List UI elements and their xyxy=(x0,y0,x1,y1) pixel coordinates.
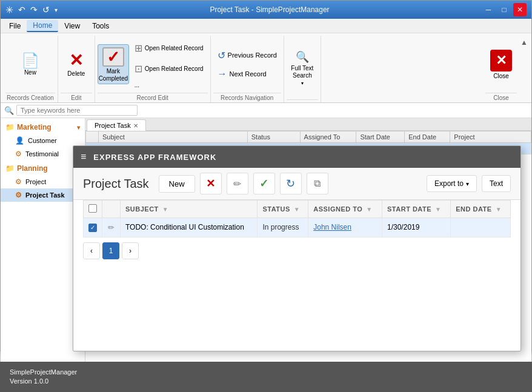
previous-record-button[interactable]: ↺ Previous Record xyxy=(213,47,281,64)
status-bar: SimpleProjectManager Version 1.0.0 xyxy=(0,362,532,392)
overlay-th-startdate[interactable]: START DATE ▼ xyxy=(382,201,451,218)
overlay-row-assigned: John Nilsen xyxy=(308,218,382,238)
marketing-expand-icon: 📁 xyxy=(5,123,15,131)
status-filter-icon[interactable]: ▼ xyxy=(294,206,300,213)
select-all-checkbox[interactable] xyxy=(88,204,97,213)
tabs: Project Task ✕ xyxy=(85,118,531,131)
open-related-record-2-button[interactable]: ⊡ Open Related Record xyxy=(130,59,208,78)
next-page-button[interactable]: › xyxy=(122,242,139,259)
prev-page-button[interactable]: ‹ xyxy=(83,242,100,259)
sidebar-group-marketing-header[interactable]: 📁 Marketing ▾ xyxy=(1,121,85,134)
close-ribbon-button[interactable]: ✕ Close xyxy=(485,44,517,84)
tab-project-task[interactable]: Project Task ✕ xyxy=(87,119,146,131)
assigned-filter-icon[interactable]: ▼ xyxy=(366,206,372,213)
customer-icon: 👤 xyxy=(15,136,24,145)
records-creation-label: Records Creation xyxy=(5,93,55,102)
project-icon: ⚙ xyxy=(15,178,22,186)
startdate-filter-icon[interactable]: ▼ xyxy=(435,206,441,213)
overlay-row-enddate xyxy=(451,218,511,238)
export-label: Export to xyxy=(434,179,464,188)
open-related-record-3-button[interactable]: ... xyxy=(130,79,208,90)
grid-th-status[interactable]: Status xyxy=(247,131,300,143)
records-nav-label: Records Navigation xyxy=(213,93,281,102)
tab-project-task-label: Project Task xyxy=(95,122,131,129)
edit-label: Edit xyxy=(61,93,92,102)
enddate-filter-icon[interactable]: ▼ xyxy=(496,206,502,213)
page-1-button[interactable]: 1 xyxy=(102,242,119,259)
overlay-delete-button[interactable]: ✕ xyxy=(200,173,222,194)
search-input[interactable] xyxy=(16,105,138,116)
menu-file[interactable]: File xyxy=(3,21,27,32)
ribbon: 📄 New Records Creation ✕ Delete Edit xyxy=(1,33,531,103)
overlay-row-subject: TODO: Conditional UI Customization xyxy=(121,218,258,238)
overlay-title: EXPRESS APP FRAMEWORK xyxy=(93,153,216,162)
testimonial-icon: ⚙ xyxy=(15,150,22,158)
row-edit-pencil-icon[interactable]: ✏ xyxy=(108,223,115,232)
grid-th-startdate[interactable]: Start Date xyxy=(356,131,405,143)
overlay-edit-button[interactable]: ✏ xyxy=(227,173,248,194)
delete-button[interactable]: ✕ Delete xyxy=(61,44,92,84)
search-icon-bar: 🔍 xyxy=(4,106,14,115)
new-button[interactable]: 📄 New xyxy=(15,44,46,84)
overlay-table-row[interactable]: ✓ ✏ TODO: Conditional UI Customization I… xyxy=(84,218,511,238)
project-label: Project xyxy=(25,178,46,185)
overlay-check-button[interactable]: ✓ xyxy=(253,173,275,194)
search-icon: 🔍 xyxy=(296,50,309,64)
grid-th-assigned[interactable]: Assigned To xyxy=(300,131,356,143)
open-related-1-icon: ⊞ xyxy=(135,42,142,54)
ribbon-group-records-creation: 📄 New Records Creation xyxy=(3,36,58,102)
minimize-button[interactable]: ─ xyxy=(482,3,495,16)
mark-completed-button[interactable]: ✓ Mark Completed xyxy=(98,44,129,84)
ribbon-group-search: 🔍 Full Text Search ▾ xyxy=(284,36,321,102)
grid-th-expand xyxy=(86,131,99,143)
new-label: New xyxy=(24,69,36,76)
project-task-label: Project Task xyxy=(25,191,65,199)
grid-th-subject[interactable]: Subject xyxy=(99,131,248,143)
open-related-record-1-button[interactable]: ⊞ Open Related Record xyxy=(130,38,208,58)
overlay-th-enddate[interactable]: END DATE ▼ xyxy=(451,201,511,218)
subject-filter-icon[interactable]: ▼ xyxy=(162,206,168,213)
next-record-icon: → xyxy=(218,68,227,79)
quick-access-refresh[interactable]: ↺ xyxy=(42,5,50,15)
next-record-button[interactable]: → Next Record xyxy=(213,66,281,82)
tab-close-button[interactable]: ✕ xyxy=(133,122,138,129)
menu-tools[interactable]: Tools xyxy=(86,21,115,32)
menu-view[interactable]: View xyxy=(58,21,86,32)
overlay-text-button[interactable]: Text xyxy=(482,175,511,192)
search-group-label xyxy=(287,99,318,102)
delete-label: Delete xyxy=(67,70,85,78)
status-text: SimpleProjectManager Version 1.0.0 xyxy=(10,368,77,387)
record-edit-label: Record Edit xyxy=(98,93,208,102)
overlay-export-button[interactable]: Export to ▾ xyxy=(427,175,477,192)
grid-th-project[interactable]: Project xyxy=(450,131,531,143)
sidebar-item-customer[interactable]: 👤 Customer xyxy=(1,134,85,147)
title-bar-left: ✳ ↶ ↷ ↺ ▾ xyxy=(5,4,58,16)
overlay-grid: SUBJECT ▼ STATUS ▼ ASSIGNED TO ▼ xyxy=(73,200,520,238)
overlay-th-status[interactable]: STATUS ▼ xyxy=(258,201,308,218)
planning-expand-icon: 📁 xyxy=(5,164,15,173)
quick-access-undo[interactable]: ↶ xyxy=(18,5,25,15)
overlay-th-assigned[interactable]: ASSIGNED TO ▼ xyxy=(308,201,382,218)
quick-access-redo[interactable]: ↷ xyxy=(30,5,38,15)
maximize-button[interactable]: □ xyxy=(497,3,511,16)
overlay-row-status: In progress xyxy=(258,218,308,238)
ribbon-collapse[interactable]: ▲ xyxy=(519,36,529,102)
row-checkbox[interactable]: ✓ xyxy=(88,224,97,232)
overlay-copy-button[interactable]: ⧉ xyxy=(307,173,328,194)
window-close-button[interactable]: ✕ xyxy=(513,3,527,16)
hamburger-menu[interactable]: ≡ xyxy=(81,151,86,162)
testimonial-label: Testimonial xyxy=(25,150,59,158)
menu-home[interactable]: Home xyxy=(27,20,58,32)
overlay-th-checkbox[interactable] xyxy=(84,201,102,218)
overlay-th-subject[interactable]: SUBJECT ▼ xyxy=(121,201,258,218)
overlay-new-button[interactable]: New xyxy=(159,175,195,193)
ribbon-group-edit: ✕ Delete Edit xyxy=(58,36,95,102)
window-title: Project Task - SimpleProjectManager xyxy=(58,5,482,14)
assigned-value[interactable]: John Nilsen xyxy=(313,223,351,231)
overlay-row-checkbox-cell[interactable]: ✓ xyxy=(84,218,102,238)
full-text-search-button[interactable]: 🔍 Full Text Search ▾ xyxy=(287,48,318,88)
status-line1: SimpleProjectManager xyxy=(10,368,77,377)
grid-th-enddate[interactable]: End Date xyxy=(405,131,450,143)
overlay-refresh-button[interactable]: ↻ xyxy=(280,173,302,194)
overlay-row-edit-cell[interactable]: ✏ xyxy=(102,218,121,238)
